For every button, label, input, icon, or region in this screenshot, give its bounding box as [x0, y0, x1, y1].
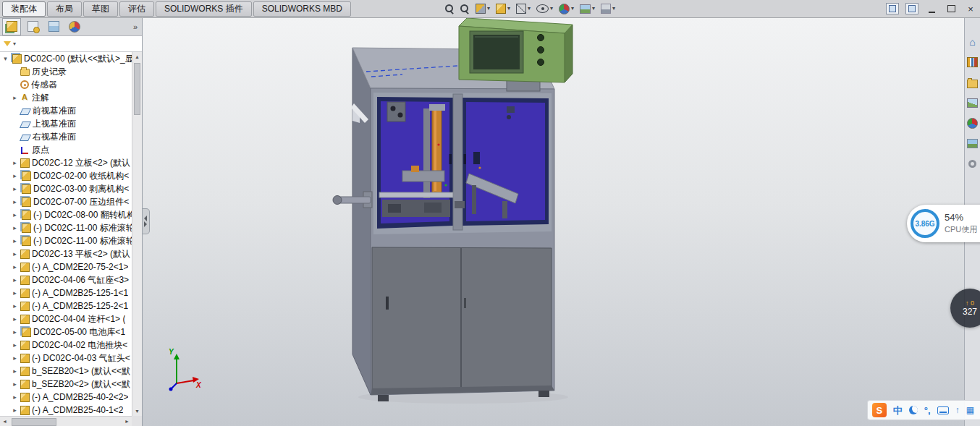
hide-show-items-icon[interactable]: ▾	[536, 4, 553, 13]
tree-item[interactable]: ▸ (-) DC02C-04-03 气缸头<	[0, 352, 132, 365]
view-orientation-icon[interactable]: ▾	[496, 4, 510, 14]
tree-item[interactable]: ▸ (-) DC02C-11-00 标准滚轮	[0, 221, 132, 234]
custom-properties-tab[interactable]	[966, 156, 980, 171]
command-tab[interactable]: SOLIDWORKS MBD	[253, 1, 351, 17]
dropdown-caret-icon[interactable]: ▾	[550, 6, 553, 12]
expand-icon[interactable]: ▸	[12, 198, 18, 205]
scroll-up-icon[interactable]: ▲	[132, 52, 142, 61]
view-palette-tab[interactable]	[966, 95, 980, 110]
expand-icon[interactable]: ▸	[12, 250, 18, 257]
titlebar-plugin-icon-2[interactable]	[905, 3, 918, 14]
scroll-right-icon[interactable]: ►	[122, 417, 132, 426]
tree-item[interactable]: ▸ (-) DC02C-11-00 标准滚轮	[0, 234, 132, 247]
expand-icon[interactable]: ▸	[12, 354, 18, 362]
close-button[interactable]: ×	[964, 3, 977, 15]
edit-appearance-icon[interactable]: ▾	[559, 4, 574, 14]
tree-item[interactable]: ▸ DC02C-03-00 剥离机构<	[0, 182, 132, 195]
tree-item[interactable]: ▸ (-) DC02C-08-00 翻转机构	[0, 208, 132, 221]
toolbox-icon[interactable]: ▦	[966, 406, 974, 414]
panel-button[interactable]	[538, 35, 544, 41]
zoom-to-area-icon[interactable]	[460, 4, 470, 14]
expand-icon[interactable]: ▸	[12, 172, 18, 179]
expand-icon[interactable]: ▸	[12, 341, 18, 349]
expand-bar-icon[interactable]: ↑	[955, 406, 960, 414]
expand-icon[interactable]: ▸	[12, 237, 18, 244]
tree-item[interactable]: ▸ b_SEZB20<2> (默认<<默	[0, 378, 132, 391]
tree-item[interactable]: ▸ (-) A_CDM2B25-125-2<1	[0, 299, 132, 312]
dropdown-caret-icon[interactable]: ▾	[612, 6, 615, 12]
solidworks-resources-tab[interactable]: ⌂	[966, 35, 980, 49]
command-tab[interactable]: SOLIDWORKS 插件	[156, 1, 252, 17]
tree-item[interactable]: 历史记录	[0, 65, 132, 78]
restore-button[interactable]	[945, 3, 958, 15]
expand-icon[interactable]: ▸	[12, 406, 18, 414]
apply-scene-icon[interactable]: ▾	[580, 4, 595, 14]
featuremanager-tab[interactable]	[2, 18, 21, 35]
expand-icon[interactable]: ▸	[12, 328, 18, 336]
propertymanager-tab[interactable]	[23, 18, 42, 35]
tree-item[interactable]: ▸ DC02C-04-02 电池推块<	[0, 338, 132, 352]
model-view[interactable]: Y X	[143, 17, 964, 426]
scrollbar-thumb[interactable]	[134, 63, 140, 115]
minimize-button[interactable]	[925, 3, 938, 15]
tree-item[interactable]: ▸ (-) A_CDM2E20-75-2<1>	[0, 260, 132, 273]
command-tab[interactable]: 评估	[119, 1, 154, 17]
expand-icon[interactable]: ▸	[12, 159, 18, 166]
lower-doors[interactable]	[371, 247, 554, 401]
expand-icon[interactable]: ▸	[12, 289, 18, 297]
fullwidth-moon-icon[interactable]	[909, 406, 918, 414]
zoom-fit-icon[interactable]	[445, 4, 455, 14]
panel-button[interactable]	[538, 47, 544, 54]
expand-icon[interactable]: ▸	[12, 211, 18, 218]
collapse-icon[interactable]: ▾	[2, 55, 9, 62]
door-handle[interactable]	[464, 154, 467, 164]
command-tab[interactable]: 草图	[83, 1, 118, 17]
tree-horizontal-scrollbar[interactable]: ◄ ►	[0, 416, 132, 426]
expand-icon[interactable]: ▸	[12, 315, 18, 323]
expand-icon[interactable]: ▸	[12, 393, 18, 401]
design-library-tab[interactable]	[966, 55, 980, 69]
chinese-mode-toggle[interactable]: 中	[893, 406, 903, 415]
cpu-monitor-widget[interactable]: 3.86G 54% CPU使用	[907, 205, 980, 242]
control-panel[interactable]	[459, 18, 573, 91]
more-tabs-icon[interactable]: »	[133, 22, 140, 31]
titlebar-plugin-icon-1[interactable]	[886, 3, 899, 14]
hmi-screen[interactable]	[473, 35, 520, 69]
door-handle-slot[interactable]	[386, 297, 389, 310]
tree-item[interactable]: ▸ (-) A_CDM2B25-40-2<2>	[0, 391, 132, 404]
expand-icon[interactable]: ▸	[12, 380, 18, 388]
dropdown-caret-icon[interactable]: ▾	[528, 6, 531, 12]
expand-icon[interactable]: ▸	[12, 263, 18, 270]
file-explorer-tab[interactable]	[966, 75, 980, 90]
expand-icon[interactable]: ▸	[12, 224, 18, 231]
tree-vertical-scrollbar[interactable]: ▲ ▼	[132, 52, 142, 416]
expand-icon[interactable]: ▸	[12, 302, 18, 310]
tree-root-item[interactable]: ▾ DC02C-00 (默认<<默认>_显	[0, 52, 132, 65]
tree-item[interactable]: ▸ (-) A_CDM2B25-125-1<1	[0, 286, 132, 299]
appearances-tab[interactable]	[966, 116, 980, 130]
tree-item[interactable]: ▸ DC02C-04-04 连杆<1> (	[0, 312, 132, 325]
tree-filter-bar[interactable]: ▾	[0, 36, 142, 52]
scroll-left-icon[interactable]: ◄	[0, 417, 9, 426]
punctuation-toggle[interactable]: °,	[924, 406, 931, 415]
command-tab[interactable]: 布局	[47, 1, 82, 17]
dropdown-caret-icon[interactable]: ▾	[487, 6, 490, 12]
expand-icon[interactable]: ▸	[12, 367, 18, 375]
tree-item[interactable]: ▸ DC02C-02-00 收纸机构<	[0, 169, 132, 182]
tree-item[interactable]: 传感器	[0, 78, 132, 91]
tree-item[interactable]: ▸ DC02C-12 立板<2> (默认	[0, 156, 132, 169]
soft-keyboard-icon[interactable]	[937, 406, 949, 414]
sogou-logo-icon[interactable]: S	[872, 403, 887, 417]
tree-item[interactable]: 右视基准面	[0, 130, 132, 143]
section-view-icon[interactable]: ▾	[476, 4, 490, 14]
tree-item[interactable]: ▸ DC02C-13 平板<2> (默认	[0, 247, 132, 260]
displaymanager-tab[interactable]	[65, 18, 84, 35]
panel-button[interactable]	[538, 59, 544, 66]
scenes-tab[interactable]	[966, 136, 980, 150]
tree-item[interactable]: ▸ DC02C-07-00 压边组件<	[0, 195, 132, 208]
configurationmanager-tab[interactable]	[44, 18, 63, 35]
scrollbar-thumb[interactable]	[12, 418, 56, 426]
command-tab[interactable]: 装配体	[2, 1, 46, 17]
tree-item[interactable]: ▸ (-) A_CDM2B25-40-1<2	[0, 404, 132, 416]
filter-dropdown-icon[interactable]: ▾	[13, 41, 16, 47]
